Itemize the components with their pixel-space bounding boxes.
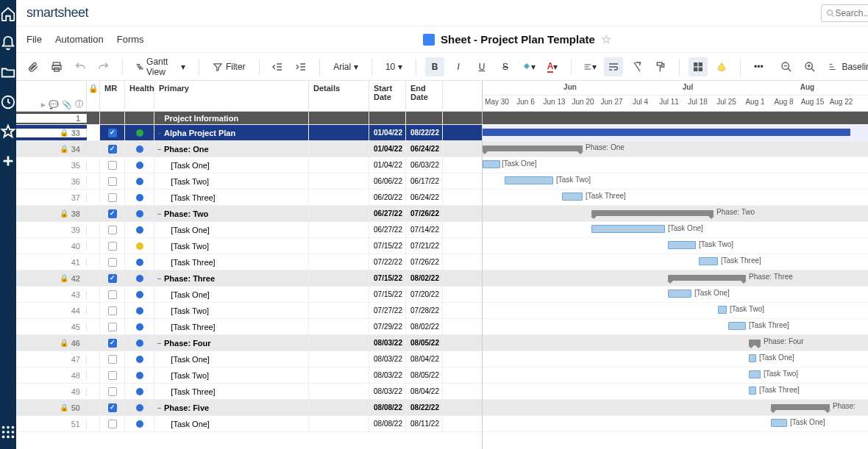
indent-icon[interactable] (291, 57, 310, 76)
checkbox[interactable] (108, 290, 117, 299)
gantt-row[interactable]: [Task One] (483, 157, 868, 173)
checkbox[interactable] (108, 371, 117, 380)
grid-row[interactable]: 🔒33–Alpha Project Plan01/04/2208/22/22 (16, 125, 482, 141)
checkbox[interactable] (108, 420, 117, 428)
gantt-row[interactable]: Phase: (483, 400, 868, 416)
grid-row[interactable]: 🔒50–Phase: Five08/08/2208/22/22 (16, 400, 482, 416)
fill-color-button[interactable]: ▾ (519, 57, 538, 76)
add-icon[interactable] (0, 153, 16, 169)
grid-row[interactable]: 36 [Task Two]06/06/2206/17/22 (16, 173, 482, 190)
checkbox[interactable] (108, 387, 117, 396)
bell-icon[interactable] (0, 35, 16, 51)
gantt-bar[interactable] (749, 370, 761, 378)
gantt-row[interactable]: Phase: Four (483, 335, 868, 351)
gantt-bar[interactable] (668, 290, 691, 298)
strike-button[interactable]: S (496, 57, 515, 76)
col-end[interactable]: End Date (406, 81, 443, 111)
grid-row[interactable]: 40 [Task Two]07/15/2207/21/22 (16, 238, 482, 254)
gantt-row[interactable] (483, 112, 868, 125)
gantt-row[interactable]: Phase: Two (483, 206, 868, 222)
checkbox[interactable] (108, 226, 117, 234)
gantt-row[interactable]: [Task Two] (483, 367, 868, 384)
gantt-bar[interactable] (749, 340, 761, 345)
gantt-bar[interactable] (483, 160, 500, 168)
gantt-bar[interactable] (483, 146, 583, 151)
gantt-bar[interactable] (505, 176, 553, 184)
grid-row[interactable]: 47 [Task One]08/03/2208/04/22 (16, 351, 482, 367)
search-input[interactable] (835, 8, 868, 18)
size-selector[interactable]: 10 ▾ (381, 62, 407, 72)
clear-format-icon[interactable] (627, 57, 647, 76)
attachment-icon[interactable] (24, 57, 43, 76)
checkbox[interactable] (108, 193, 117, 202)
gantt-bar[interactable] (483, 129, 850, 136)
col-start[interactable]: Start Date (369, 81, 406, 111)
gantt-row[interactable]: [Task Two] (483, 238, 868, 254)
gantt-bar[interactable] (591, 225, 665, 233)
gantt-bar[interactable] (749, 387, 756, 395)
checkbox[interactable] (108, 355, 117, 364)
gantt-row[interactable]: [Task Three] (483, 319, 868, 335)
gantt-row[interactable]: [Task One] (483, 222, 868, 238)
print-icon[interactable] (47, 57, 66, 76)
grid-row[interactable]: 45 [Task Three]07/29/2208/02/22 (16, 319, 482, 335)
recent-icon[interactable] (0, 94, 16, 110)
gantt-row[interactable]: [Task Three] (483, 254, 868, 270)
filter-button[interactable]: Filter (208, 62, 250, 72)
gantt-bar[interactable] (668, 275, 746, 281)
gantt-bar[interactable] (718, 306, 727, 314)
grid-row[interactable]: 48 [Task Two]08/03/2208/05/22 (16, 367, 482, 384)
gantt-row[interactable]: [Task Two] (483, 173, 868, 190)
grid-row[interactable]: 🔒34–Phase: One01/04/2206/24/22 (16, 141, 482, 157)
gantt-bar[interactable] (699, 257, 718, 265)
gantt-bar[interactable] (771, 419, 787, 427)
font-selector[interactable]: Arial ▾ (329, 62, 363, 72)
gantt-row[interactable] (483, 125, 868, 141)
gantt-bar[interactable] (749, 354, 756, 362)
menu-automation[interactable]: Automation (55, 34, 104, 45)
grid-row[interactable]: 🔒38–Phase: Two06/27/2207/26/22 (16, 206, 482, 222)
gantt-pane[interactable]: ✕ JunJulAug May 30Jun 6Jun 13Jun 20Jun 2… (483, 81, 868, 449)
col-health[interactable]: Health (125, 81, 154, 111)
favorite-star-icon[interactable]: ☆ (601, 32, 611, 46)
grid-row[interactable]: 🔒46–Phase: Four08/03/2208/05/22 (16, 335, 482, 351)
gantt-row[interactable]: [Task One] (483, 287, 868, 303)
apps-icon[interactable] (0, 424, 16, 440)
home-icon[interactable] (0, 6, 16, 22)
align-button[interactable]: ▾ (580, 57, 600, 76)
gantt-bar[interactable] (728, 322, 746, 330)
gantt-row[interactable]: [Task Three] (483, 190, 868, 206)
bold-button[interactable]: B (425, 57, 444, 76)
star-icon[interactable] (0, 123, 16, 140)
grid-row[interactable]: 41 [Task Three]07/22/2207/26/22 (16, 254, 482, 270)
folder-icon[interactable] (0, 65, 16, 81)
grid-row[interactable]: 🔒42–Phase: Three07/15/2208/02/22 (16, 270, 482, 287)
gantt-bar[interactable] (591, 210, 714, 216)
zoom-in-icon[interactable] (800, 57, 819, 76)
gantt-bar[interactable] (771, 404, 830, 410)
underline-button[interactable]: U (472, 57, 491, 76)
text-color-button[interactable]: A▾ (543, 57, 562, 76)
zoom-out-icon[interactable] (777, 57, 796, 76)
grid-row[interactable]: 39 [Task One]06/27/2207/14/22 (16, 222, 482, 238)
redo-icon[interactable] (94, 57, 113, 76)
checkbox[interactable] (108, 306, 117, 315)
grid-row[interactable]: 43 [Task One]07/15/2207/20/22 (16, 287, 482, 303)
undo-icon[interactable] (71, 57, 90, 76)
grid-row[interactable]: 51 [Task One]08/08/2208/11/22 (16, 416, 482, 432)
gantt-bar[interactable] (668, 241, 696, 249)
gantt-bar[interactable] (562, 193, 583, 201)
highlight-icon[interactable] (712, 57, 731, 76)
format-painter-icon[interactable] (651, 57, 670, 76)
checkbox[interactable] (108, 209, 117, 218)
grid-row[interactable]: 44 [Task Two]07/27/2207/28/22 (16, 303, 482, 319)
grid-icon[interactable] (689, 57, 708, 76)
col-details[interactable]: Details (309, 81, 369, 111)
col-mr[interactable]: MR (100, 81, 125, 111)
grid-row[interactable]: 35 [Task One]01/04/2206/03/22 (16, 157, 482, 173)
wrap-button[interactable] (604, 57, 623, 76)
checkbox[interactable] (108, 145, 117, 154)
checkbox[interactable] (108, 242, 117, 251)
outdent-icon[interactable] (268, 57, 287, 76)
gantt-row[interactable]: [Task Two] (483, 303, 868, 319)
